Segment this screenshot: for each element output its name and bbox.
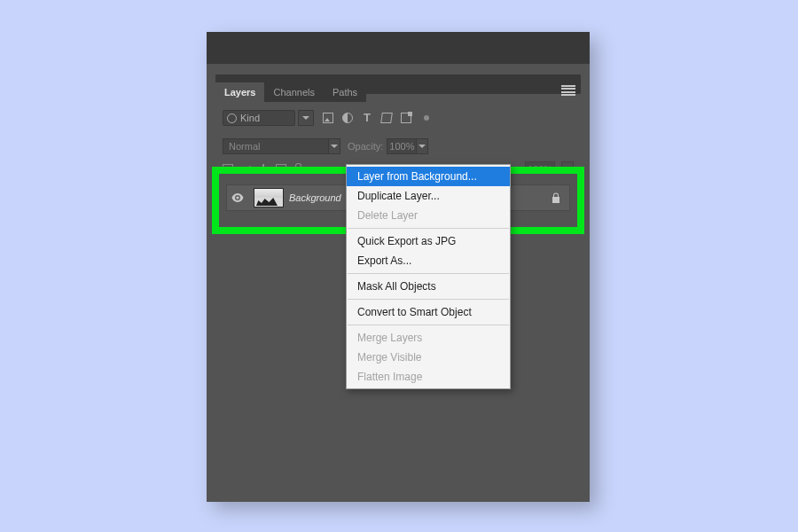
tab-layers[interactable]: Layers (215, 82, 264, 102)
menu-flatten-image: Flatten Image (347, 367, 510, 387)
layer-context-menu: Layer from Background... Duplicate Layer… (346, 164, 511, 389)
menu-separator (348, 228, 509, 229)
filter-row: Kind T (223, 108, 574, 128)
kind-dropdown-icon[interactable] (298, 110, 314, 126)
layer-name-label[interactable]: Background (289, 192, 341, 203)
blend-mode-value: Normal (229, 141, 260, 152)
filter-adjustment-icon[interactable] (342, 113, 353, 123)
menu-duplicate-layer[interactable]: Duplicate Layer... (347, 186, 510, 206)
opacity-label: Opacity: (348, 141, 383, 152)
menu-separator (348, 299, 509, 300)
tab-paths[interactable]: Paths (324, 82, 366, 102)
opacity-value[interactable]: 100% (387, 138, 417, 154)
menu-layer-from-background[interactable]: Layer from Background... (347, 167, 510, 186)
menu-quick-export[interactable]: Quick Export as JPG (347, 231, 510, 251)
blend-row: Normal Opacity: 100% (223, 137, 574, 156)
tabs-row: Layers Channels Paths (215, 81, 581, 104)
layer-search-kind[interactable]: Kind (223, 110, 295, 126)
menu-merge-visible: Merge Visible (347, 348, 510, 367)
filter-toggle-icon[interactable] (424, 115, 429, 121)
filter-type-icon[interactable]: T (362, 113, 372, 123)
filter-shape-icon[interactable] (380, 113, 393, 123)
layer-thumbnail[interactable] (254, 188, 284, 207)
menu-delete-layer: Delete Layer (347, 206, 510, 225)
visibility-eye-icon[interactable] (227, 193, 248, 202)
panel-menu-icon[interactable] (561, 85, 575, 96)
blend-dropdown-icon[interactable] (328, 138, 340, 154)
menu-separator (348, 273, 509, 274)
menu-merge-layers: Merge Layers (347, 328, 510, 348)
menu-convert-smart-object[interactable]: Convert to Smart Object (347, 302, 510, 322)
blend-mode-select[interactable]: Normal (223, 138, 329, 154)
menu-mask-all-objects[interactable]: Mask All Objects (347, 277, 510, 296)
kind-label: Kind (240, 113, 260, 123)
layer-lock-icon[interactable] (550, 192, 562, 204)
opacity-dropdown-icon[interactable] (416, 138, 428, 154)
filter-pixel-icon[interactable] (323, 113, 333, 123)
filter-smartobject-icon[interactable] (401, 113, 411, 123)
filter-icons: T (323, 113, 429, 123)
tab-channels[interactable]: Channels (264, 82, 323, 102)
menu-export-as[interactable]: Export As... (347, 251, 510, 270)
menu-separator (348, 325, 509, 325)
